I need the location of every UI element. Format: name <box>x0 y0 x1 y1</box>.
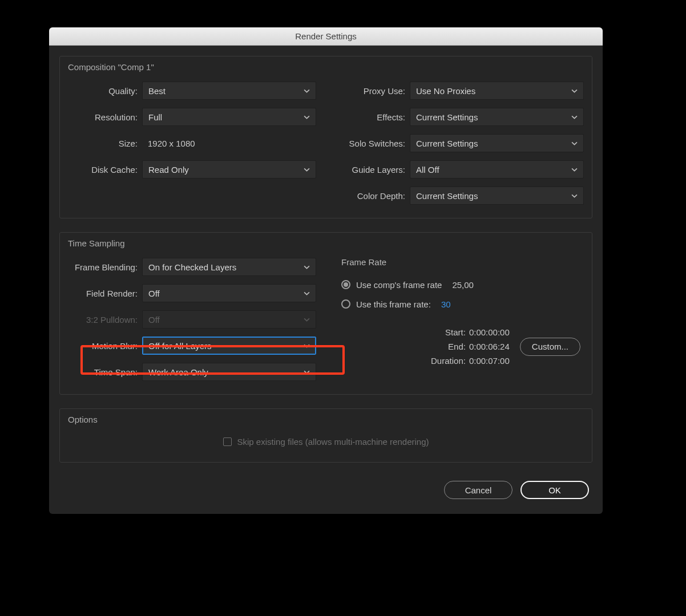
pulldown-select: Off <box>142 310 316 329</box>
chevron-down-icon <box>304 369 310 375</box>
quality-value: Best <box>148 86 166 96</box>
duration-value: 0:00:07:00 <box>469 356 510 366</box>
chevron-down-icon <box>571 193 578 199</box>
time-span-value: Work Area Only <box>148 367 208 377</box>
cancel-button[interactable]: Cancel <box>444 481 513 499</box>
effects-label: Effects: <box>336 112 410 122</box>
size-label: Size: <box>68 139 142 148</box>
radio-unselected-icon <box>341 299 350 309</box>
time-span-label: Time Span: <box>68 367 142 377</box>
chevron-down-icon <box>304 167 310 173</box>
color-depth-select[interactable]: Current Settings <box>410 187 584 205</box>
field-render-select[interactable]: Off <box>142 284 316 302</box>
use-this-frame-rate-label: Use this frame rate: <box>356 299 431 309</box>
pulldown-value: Off <box>148 315 160 325</box>
chevron-down-icon <box>304 114 310 120</box>
color-depth-label: Color Depth: <box>336 191 410 201</box>
use-comp-frame-rate-value: 25,00 <box>452 280 474 290</box>
chevron-down-icon <box>571 114 578 120</box>
size-value: 1920 x 1080 <box>142 139 195 148</box>
start-label: Start: <box>426 327 466 337</box>
frame-blending-label: Frame Blending: <box>68 262 142 272</box>
use-comp-frame-rate-label: Use comp's frame rate <box>356 280 442 290</box>
disk-cache-select[interactable]: Read Only <box>142 160 316 179</box>
motion-blur-label: Motion Blur: <box>68 341 142 351</box>
time-sampling-group-title: Time Sampling <box>68 238 584 248</box>
frame-rate-title: Frame Rate <box>341 257 584 267</box>
solo-switches-label: Solo Switches: <box>336 139 410 148</box>
chevron-down-icon <box>304 290 310 297</box>
use-this-frame-rate-radio[interactable]: Use this frame rate: 30 <box>341 294 584 314</box>
chevron-down-icon <box>304 317 310 323</box>
skip-existing-label: Skip existing files (allows multi-machin… <box>237 437 429 447</box>
resolution-label: Resolution: <box>68 112 142 122</box>
skip-existing-checkbox <box>223 437 232 446</box>
guide-layers-value: All Off <box>416 165 439 175</box>
guide-layers-label: Guide Layers: <box>336 165 410 175</box>
guide-layers-select[interactable]: All Off <box>410 160 584 179</box>
proxy-use-label: Proxy Use: <box>336 86 410 96</box>
end-label: End: <box>426 342 466 351</box>
proxy-use-select[interactable]: Use No Proxies <box>410 82 584 100</box>
time-sampling-group: Time Sampling Frame Blending: On for Che… <box>59 232 592 395</box>
color-depth-value: Current Settings <box>416 191 478 201</box>
effects-select[interactable]: Current Settings <box>410 108 584 126</box>
frame-rate-section: Frame Rate Use comp's frame rate 25,00 U… <box>336 254 584 314</box>
dialog-titlebar: Render Settings <box>49 27 603 46</box>
frame-blending-select[interactable]: On for Checked Layers <box>142 258 316 276</box>
radio-selected-icon <box>341 280 350 289</box>
disk-cache-label: Disk Cache: <box>68 165 142 175</box>
proxy-use-value: Use No Proxies <box>416 86 475 96</box>
quality-label: Quality: <box>68 86 142 96</box>
start-value: 0:00:00:00 <box>469 327 510 337</box>
composition-group: Composition "Comp 1" Quality: Best Resol… <box>59 56 592 218</box>
field-render-value: Off <box>148 289 160 298</box>
options-group-title: Options <box>68 415 584 424</box>
chevron-down-icon <box>571 88 578 94</box>
solo-switches-value: Current Settings <box>416 139 478 148</box>
options-group: Options Skip existing files (allows mult… <box>59 408 592 463</box>
pulldown-label: 3:2 Pulldown: <box>68 315 142 325</box>
field-render-label: Field Render: <box>68 289 142 298</box>
dialog-footer: Cancel OK <box>59 476 592 501</box>
quality-select[interactable]: Best <box>142 82 316 100</box>
time-block: Start: 0:00:00:00 End: 0:00:06:24 Durati… <box>336 327 584 366</box>
resolution-value: Full <box>148 112 162 122</box>
motion-blur-select[interactable]: Off for All Layers <box>142 337 316 355</box>
chevron-down-icon <box>304 88 310 94</box>
render-settings-dialog: Render Settings Composition "Comp 1" Qua… <box>49 27 603 514</box>
ok-button[interactable]: OK <box>520 481 589 499</box>
composition-group-title: Composition "Comp 1" <box>68 62 584 72</box>
resolution-select[interactable]: Full <box>142 108 316 126</box>
use-comp-frame-rate-radio[interactable]: Use comp's frame rate 25,00 <box>341 275 584 294</box>
duration-label: Duration: <box>426 356 466 366</box>
chevron-down-icon <box>304 343 310 349</box>
solo-switches-select[interactable]: Current Settings <box>410 134 584 152</box>
frame-blending-value: On for Checked Layers <box>148 262 236 272</box>
chevron-down-icon <box>571 140 578 147</box>
chevron-down-icon <box>571 167 578 173</box>
chevron-down-icon <box>304 264 310 270</box>
dialog-title: Render Settings <box>295 31 357 41</box>
motion-blur-value: Off for All Layers <box>148 341 212 351</box>
disk-cache-value: Read Only <box>148 165 189 175</box>
time-span-select[interactable]: Work Area Only <box>142 363 316 381</box>
effects-value: Current Settings <box>416 112 478 122</box>
custom-time-button[interactable]: Custom... <box>520 338 580 356</box>
end-value: 0:00:06:24 <box>469 342 510 351</box>
use-this-frame-rate-value[interactable]: 30 <box>441 299 451 309</box>
